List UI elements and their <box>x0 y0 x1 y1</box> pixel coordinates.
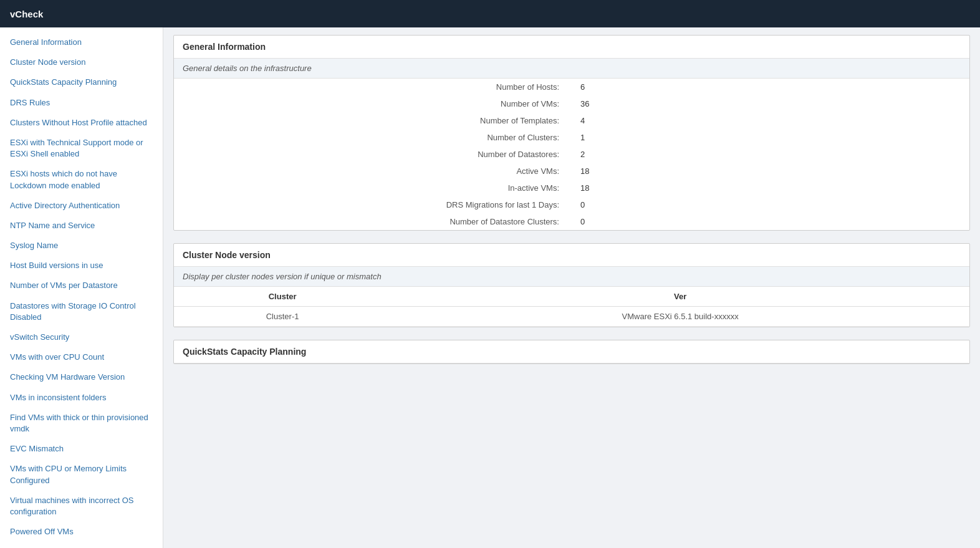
info-label: DRS Migrations for last 1 Days: <box>174 196 572 213</box>
column-header: Cluster <box>174 287 391 307</box>
info-label: Number of Hosts: <box>174 79 572 95</box>
table-row: Number of Hosts:6 <box>174 79 969 95</box>
info-label: In-active VMs: <box>174 180 572 196</box>
info-value: 1 <box>572 129 969 146</box>
cluster-node-title: Cluster Node version <box>174 244 969 267</box>
sidebar-item[interactable]: Active Directory Authentication <box>0 196 163 216</box>
info-value: 36 <box>572 95 969 112</box>
cluster-name: Cluster-1 <box>174 307 391 327</box>
sidebar-item[interactable]: ESXi with Technical Support mode or ESXi… <box>0 133 163 164</box>
info-value: 18 <box>572 163 969 180</box>
sidebar-item[interactable]: EVC Mismatch <box>0 439 163 459</box>
info-value: 0 <box>572 213 969 230</box>
quickstats-title: QuickStats Capacity Planning <box>174 340 969 363</box>
table-header-row: ClusterVer <box>174 287 969 307</box>
sidebar-item[interactable]: Number of VMs per Datastore <box>0 276 163 296</box>
info-label: Active VMs: <box>174 163 572 180</box>
sidebar-item[interactable]: DRS Rules <box>0 93 163 113</box>
table-row: Cluster-1VMware ESXi 6.5.1 build-xxxxxx <box>174 307 969 327</box>
sidebar-item[interactable]: Cluster Node version <box>0 52 163 72</box>
sidebar-item[interactable]: Powered Off VMs <box>0 522 163 542</box>
sidebar-item[interactable]: Checking VM Hardware Version <box>0 367 163 387</box>
info-label: Number of Templates: <box>174 112 572 129</box>
sidebar-item[interactable]: VMs with over CPU Count <box>0 347 163 367</box>
info-label: Number of Datastores: <box>174 146 572 163</box>
sidebar-item[interactable]: QuickStats Capacity Planning <box>0 72 163 92</box>
cluster-node-subtitle: Display per cluster nodes version if uni… <box>174 267 969 287</box>
table-row: Number of Datastores:2 <box>174 146 969 163</box>
sidebar-item[interactable]: ESXi hosts which do not have Lockdown mo… <box>0 164 163 195</box>
table-row: Number of Datastore Clusters:0 <box>174 213 969 230</box>
table-row: Number of VMs:36 <box>174 95 969 112</box>
sidebar-item[interactable]: VMs in inconsistent folders <box>0 388 163 408</box>
table-row: Active VMs:18 <box>174 163 969 180</box>
sidebar-item[interactable]: Datastores with Storage IO Control Disab… <box>0 296 163 327</box>
cluster-node-card: Cluster Node version Display per cluster… <box>173 243 970 327</box>
general-info-subtitle: General details on the infrastructure <box>174 59 969 79</box>
sidebar-item[interactable]: Find VMs with thick or thin provisioned … <box>0 408 163 439</box>
sidebar-item[interactable]: NTP Name and Service <box>0 216 163 236</box>
sidebar: General InformationCluster Node versionQ… <box>0 27 163 548</box>
sidebar-item[interactable]: Virtual machines with incorrect OS confi… <box>0 491 163 522</box>
cluster-version: VMware ESXi 6.5.1 build-xxxxxx <box>391 307 969 327</box>
column-header: Ver <box>391 287 969 307</box>
table-row: Number of Templates:4 <box>174 112 969 129</box>
info-value: 0 <box>572 196 969 213</box>
sidebar-item[interactable]: VMs with CPU or Memory Limits Configured <box>0 459 163 490</box>
table-row: DRS Migrations for last 1 Days:0 <box>174 196 969 213</box>
info-label: Number of VMs: <box>174 95 572 112</box>
main-layout: General InformationCluster Node versionQ… <box>0 27 980 548</box>
sidebar-item[interactable]: Syslog Name <box>0 236 163 256</box>
table-row: Number of Clusters:1 <box>174 129 969 146</box>
info-label: Number of Datastore Clusters: <box>174 213 572 230</box>
sidebar-item[interactable]: General Information <box>0 32 163 52</box>
info-value: 4 <box>572 112 969 129</box>
app-title: vCheck <box>10 9 43 19</box>
content-area: General Information General details on t… <box>163 27 980 548</box>
info-value: 6 <box>572 79 969 95</box>
info-value: 2 <box>572 146 969 163</box>
sidebar-item[interactable]: Host Build versions in use <box>0 256 163 276</box>
quickstats-card: QuickStats Capacity Planning <box>173 340 970 364</box>
cluster-node-table: ClusterVer Cluster-1VMware ESXi 6.5.1 bu… <box>174 287 969 327</box>
info-value: 18 <box>572 180 969 196</box>
general-info-table: Number of Hosts:6Number of VMs:36Number … <box>174 79 969 230</box>
sidebar-item[interactable]: Clusters Without Host Profile attached <box>0 113 163 133</box>
navbar: vCheck <box>0 0 980 27</box>
general-info-card: General Information General details on t… <box>173 35 970 231</box>
sidebar-item[interactable]: vSwitch Security <box>0 327 163 347</box>
info-label: Number of Clusters: <box>174 129 572 146</box>
sidebar-item[interactable]: VMs by Operating System <box>0 542 163 548</box>
table-row: In-active VMs:18 <box>174 180 969 196</box>
general-info-title: General Information <box>174 36 969 59</box>
